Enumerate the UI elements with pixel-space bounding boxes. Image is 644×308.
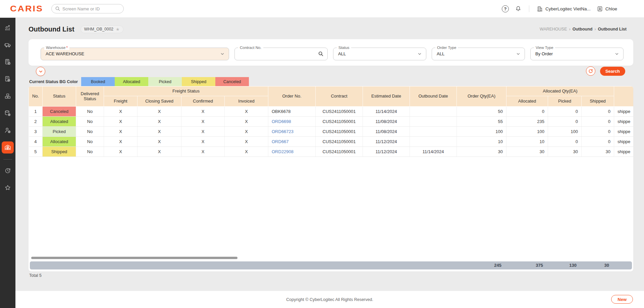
- breadcrumb-warehouse[interactable]: WAREHOUSE: [540, 27, 567, 32]
- status-select[interactable]: Status ALL: [333, 48, 426, 60]
- cell-picked: 0: [548, 117, 582, 127]
- cell-shipped: 0: [582, 107, 614, 117]
- breadcrumb-outbound[interactable]: Outbound: [573, 27, 593, 32]
- sidebar-item-user-admin[interactable]: [2, 124, 14, 136]
- contract-no-input[interactable]: Contract No.: [234, 48, 328, 60]
- col-group-allocated-qty: Allocated Qty(EA): [506, 86, 614, 96]
- table-row[interactable]: 4 Allocated No X X X X ORD667 CUS2411050…: [29, 137, 634, 147]
- user-card-icon: [597, 6, 603, 12]
- cell-invoiced: X: [225, 147, 268, 157]
- sidebar-item-master-data[interactable]: [2, 107, 14, 119]
- main-content: Outbound List WHM_OB_0002 ★ WAREHOUSE › …: [15, 18, 644, 308]
- col-delivered-status: Delivered Status: [76, 86, 104, 107]
- order-type-label: Order Type: [437, 46, 456, 50]
- sidebar-item-invoice[interactable]: [2, 73, 14, 85]
- grid-scroll-area: No. Status Delivered Status Freight Stat…: [29, 86, 633, 256]
- warehouse-select[interactable]: Warehouse* ACE WAREHOUSE: [41, 48, 229, 60]
- cell-estimated-date: 11/12/2024: [363, 147, 410, 157]
- cell-closing-saved: X: [138, 107, 181, 117]
- cell-contract: CUS2411050001: [316, 117, 363, 127]
- chevron-down-icon: [220, 52, 225, 56]
- contract-no-label: Contract No.: [240, 46, 262, 50]
- cell-freight: X: [104, 127, 138, 137]
- warehouse-icon: [4, 144, 11, 151]
- table-row[interactable]: 5 Shipped No X X X X ORD22908 CUS2411050…: [29, 147, 634, 157]
- chevron-down-icon: [417, 52, 422, 56]
- sidebar-item-transport[interactable]: [2, 39, 14, 51]
- database-gear-icon: [4, 110, 11, 117]
- cell-delivered: No: [76, 107, 104, 117]
- cell-status: Allocated: [43, 137, 76, 147]
- breadcrumb-separator: ›: [569, 27, 571, 32]
- refresh-button[interactable]: [586, 66, 595, 76]
- cell-closing-saved: X: [138, 137, 181, 147]
- cell-remark: shippe: [614, 147, 633, 157]
- legend-chip-picked: Picked: [148, 77, 182, 86]
- company-menu[interactable]: CyberLogitec VietNa...: [537, 6, 591, 12]
- search-button[interactable]: Search: [600, 67, 625, 76]
- col-shipped: Shipped: [582, 96, 614, 107]
- cell-remark: shippe: [614, 107, 633, 117]
- view-type-select[interactable]: View Type By Order: [530, 48, 624, 60]
- col-no: No.: [29, 86, 43, 107]
- page-footer: Copyright © CyberLogitec All Rights Rese…: [15, 291, 644, 308]
- scrollbar-thumb[interactable]: [31, 257, 237, 259]
- building-icon: [537, 6, 543, 12]
- page-title: Outbound List: [29, 25, 74, 33]
- cell-estimated-date: 11/08/2024: [363, 127, 410, 137]
- cell-delivered: No: [76, 117, 104, 127]
- truck-icon: [4, 41, 11, 49]
- col-order-qty: Order Qty(EA): [457, 86, 506, 107]
- topbar-right: ? CyberLogitec VietNa... Chloe: [502, 5, 644, 12]
- screen-search-input[interactable]: [51, 4, 124, 13]
- status-legend: Current Status BG Color BookedAllocatedP…: [29, 77, 249, 86]
- cell-order-no[interactable]: ORD667: [268, 137, 316, 147]
- cell-contract: CUS2411050001: [316, 107, 363, 117]
- legend-chip-booked: Booked: [81, 77, 115, 86]
- total-shipped: 30: [604, 263, 609, 268]
- table-header: No. Status Delivered Status Freight Stat…: [29, 86, 634, 107]
- col-invoiced: Invoiced: [225, 96, 268, 107]
- cell-picked: 100: [548, 127, 582, 137]
- legend-chip-canceled: Canceled: [215, 77, 249, 86]
- warehouse-label: Warehouse: [46, 46, 65, 50]
- screen-id: WHM_OB_0002: [84, 27, 113, 32]
- filter-expand-toggle[interactable]: [36, 67, 45, 76]
- view-type-label: View Type: [536, 46, 553, 50]
- sidebar-item-warehouse[interactable]: [2, 141, 14, 153]
- cell-delivered: No: [76, 127, 104, 137]
- favorite-star-icon[interactable]: ★: [116, 27, 120, 32]
- sidebar-item-sales[interactable]: [2, 22, 14, 34]
- cell-status: Allocated: [43, 117, 76, 127]
- cell-invoiced: X: [225, 107, 268, 117]
- sidebar-item-history[interactable]: [2, 165, 14, 177]
- cell-order-qty: 50: [457, 107, 506, 117]
- notifications-bell-icon[interactable]: [515, 5, 522, 12]
- breadcrumb-current: Outbound List: [598, 27, 627, 32]
- order-type-select[interactable]: Order Type ALL: [432, 48, 525, 60]
- sidebar-divider: [3, 159, 12, 160]
- table-row[interactable]: 2 Allocated No X X X X ORD6698 CUS241105…: [29, 117, 634, 127]
- col-closing-saved: Closing Saved: [138, 96, 181, 107]
- cell-invoiced: X: [225, 137, 268, 147]
- cell-closing-saved: X: [138, 117, 181, 127]
- outbound-grid-card: No. Status Delivered Status Freight Stat…: [29, 86, 633, 271]
- cell-status: Canceled: [43, 107, 76, 117]
- user-menu[interactable]: Chloe: [597, 6, 617, 12]
- cell-order-no[interactable]: ORD6698: [268, 117, 316, 127]
- chevron-down-icon: [38, 69, 43, 74]
- cell-order-no[interactable]: ORD66723: [268, 127, 316, 137]
- legend-chips: BookedAllocatedPickedShippedCanceled: [81, 77, 249, 86]
- table-row[interactable]: 1 Canceled No X X X X OBK6678 CUS2411050…: [29, 107, 634, 117]
- totals-bar: 245 375 130 30: [30, 261, 632, 269]
- sidebar-item-billing[interactable]: [2, 56, 14, 68]
- contract-search-icon[interactable]: [318, 51, 324, 57]
- sidebar-item-favorites[interactable]: [2, 182, 14, 194]
- chevron-down-icon: [516, 52, 521, 56]
- cell-freight: X: [104, 117, 138, 127]
- new-button[interactable]: New: [611, 295, 633, 304]
- table-row[interactable]: 3 Picked No X X X X ORD66723 CUS24110500…: [29, 127, 634, 137]
- cell-order-no[interactable]: ORD22908: [268, 147, 316, 157]
- sidebar-item-inventory[interactable]: [2, 90, 14, 102]
- help-icon[interactable]: ?: [502, 5, 509, 12]
